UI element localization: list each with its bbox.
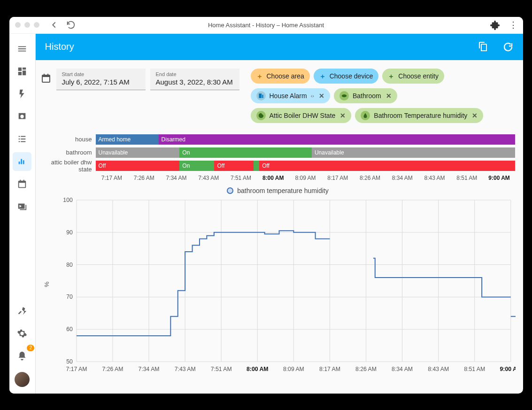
svg-point-0 [342, 94, 347, 97]
axis-tick: 7:43 AM [193, 175, 225, 181]
axis-tick: 7:51 AM [225, 175, 257, 181]
axis-tick: 8:51 AM [451, 175, 483, 181]
notifications-badge: 2 [27, 345, 34, 351]
svg-text:8:09 AM: 8:09 AM [283, 366, 304, 372]
axis-tick: 8:26 AM [354, 175, 386, 181]
chip-label: Attic Boiler DHW State [270, 112, 336, 119]
chart-canvas: 50607080901007:17 AM7:26 AM7:34 AM7:43 A… [55, 196, 516, 375]
timeline-row-label: attic boiler dhw state [40, 159, 96, 173]
timeline-segment: Off [214, 161, 253, 171]
svg-text:60: 60 [66, 326, 73, 333]
svg-text:7:51 AM: 7:51 AM [210, 366, 231, 372]
timeline-row: houseArmed homeDisarmed [40, 133, 516, 146]
plus-icon: ＋ [256, 73, 263, 79]
app-window: Home Assistant - History – Home Assistan… [9, 17, 523, 394]
calendar-icon[interactable] [40, 73, 52, 85]
browser-back-icon[interactable] [49, 20, 59, 30]
svg-text:7:26 AM: 7:26 AM [102, 366, 123, 372]
axis-tick: 8:00 AM [257, 175, 289, 181]
sidebar-item-settings[interactable] [13, 324, 31, 343]
remove-chip-icon[interactable]: ✕ [386, 93, 392, 99]
start-date-value: July 6, 2022, 7:15 AM [62, 78, 140, 86]
axis-tick: 7:17 AM [96, 175, 128, 181]
choose-device-chip[interactable]: ＋ Choose device [314, 69, 379, 84]
svg-text:70: 70 [66, 294, 73, 300]
svg-text:8:51 AM: 8:51 AM [464, 366, 485, 372]
content: Start date July 6, 2022, 7:15 AM End dat… [36, 60, 523, 394]
chip-house-alarm[interactable]: House Alarm ‹› ✕ [251, 88, 330, 103]
start-date-label: Start date [62, 71, 140, 77]
svg-text:8:34 AM: 8:34 AM [392, 366, 413, 372]
svg-text:100: 100 [63, 197, 73, 203]
sidebar-item-devtools[interactable] [13, 302, 31, 320]
device-icon [256, 91, 266, 101]
axis-tick: 9:00 AM [483, 175, 516, 181]
window-title: Home Assistant - History – Home Assistan… [9, 22, 523, 29]
svg-text:8:00 AM: 8:00 AM [247, 366, 268, 372]
start-date-field[interactable]: Start date July 6, 2022, 7:15 AM [56, 69, 146, 90]
refresh-icon[interactable] [502, 41, 514, 53]
axis-tick: 8:43 AM [418, 175, 451, 181]
area-icon [339, 91, 349, 101]
end-date-field[interactable]: End date August 3, 2022, 8:30 AM [150, 69, 239, 90]
expand-icon[interactable]: ‹› [311, 93, 314, 99]
svg-text:8:26 AM: 8:26 AM [355, 366, 377, 372]
traffic-min[interactable] [24, 22, 30, 28]
timeline-segment: On [179, 161, 214, 171]
sidebar-item-calendar[interactable] [13, 175, 31, 193]
choose-area-chip[interactable]: ＋ Choose area [251, 69, 310, 84]
copy-link-icon[interactable] [477, 41, 488, 53]
end-date-label: End date [156, 71, 234, 77]
svg-text:9:00 AM: 9:00 AM [500, 366, 515, 372]
remove-chip-icon[interactable]: ✕ [472, 112, 478, 119]
state-timeline: houseArmed homeDisarmedbathroomUnavailab… [40, 133, 516, 181]
timeline-row-label: house [40, 136, 96, 143]
plus-icon: ＋ [319, 73, 326, 79]
menu-toggle-button[interactable] [13, 39, 31, 58]
notifications-button[interactable]: 2 [13, 347, 31, 365]
page-title: History [45, 41, 74, 52]
svg-text:7:17 AM: 7:17 AM [66, 366, 87, 372]
timeline-segment: Unavailable [96, 147, 180, 158]
titlebar: Home Assistant - History – Home Assistan… [9, 17, 523, 34]
timeline-bar[interactable]: OffOnOffOff [96, 161, 516, 171]
chip-label: Choose entity [398, 72, 439, 80]
legend-marker [227, 187, 233, 194]
axis-tick: 8:09 AM [289, 175, 322, 181]
remove-chip-icon[interactable]: ✕ [340, 112, 346, 119]
page-header: History [36, 34, 523, 60]
timeline-segment: On [179, 147, 312, 158]
timeline-bar[interactable]: Armed homeDisarmed [96, 134, 516, 145]
sidebar-item-energy[interactable] [13, 85, 31, 103]
user-avatar[interactable] [15, 372, 30, 387]
browser-reload-icon[interactable] [66, 20, 76, 30]
svg-text:50: 50 [66, 358, 73, 365]
sidebar-item-overview[interactable] [13, 62, 31, 81]
sidebar-item-logbook[interactable] [13, 130, 31, 148]
browser-menu-icon[interactable] [509, 20, 517, 30]
humidity-chart: bathroom temperature humidity % 50607080… [40, 187, 516, 375]
chip-attic-boiler[interactable]: Attic Boiler DHW State ✕ [251, 108, 352, 123]
chip-label: Choose area [267, 72, 304, 80]
chip-bathroom[interactable]: Bathroom ✕ [334, 88, 397, 103]
sidebar-item-map[interactable] [13, 107, 31, 126]
timeline-row: bathroomUnavailableOnUnavailable [40, 147, 516, 159]
remove-chip-icon[interactable]: ✕ [319, 93, 324, 99]
timeline-axis: 7:17 AM7:26 AM7:34 AM7:43 AM7:51 AM8:00 … [96, 175, 516, 181]
chip-label: Bathroom Temperature humidity [374, 112, 467, 119]
extension-icon[interactable] [490, 20, 501, 30]
svg-text:8:17 AM: 8:17 AM [319, 366, 340, 372]
traffic-lights [15, 22, 39, 28]
humidity-icon [361, 111, 370, 120]
svg-text:80: 80 [66, 261, 73, 268]
choose-entity-chip[interactable]: ＋ Choose entity [382, 69, 444, 84]
chip-label: House Alarm [270, 92, 307, 100]
chip-bathroom-humidity[interactable]: Bathroom Temperature humidity ✕ [355, 108, 483, 123]
traffic-close[interactable] [15, 22, 21, 28]
timeline-segment: Disarmed [159, 134, 516, 145]
timeline-bar[interactable]: UnavailableOnUnavailable [96, 147, 516, 158]
sidebar-item-history[interactable] [13, 152, 31, 171]
sidebar-item-media[interactable] [13, 197, 31, 216]
traffic-max[interactable] [34, 22, 39, 28]
timeline-segment [254, 161, 260, 171]
